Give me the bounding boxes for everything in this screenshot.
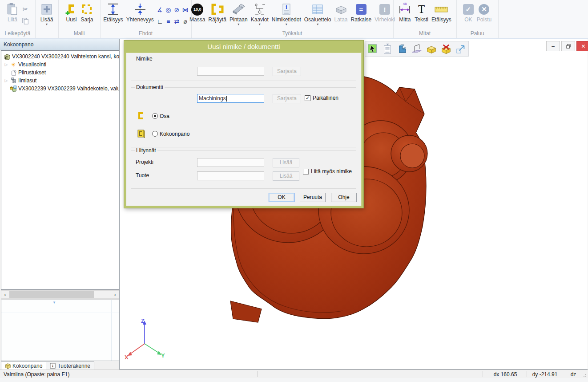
project-add-button[interactable]: Lisää [273, 158, 299, 167]
restore-button[interactable] [561, 41, 575, 51]
distance-constraint-icon [107, 2, 119, 17]
tab-kokoonpano[interactable]: Kokoonpano [1, 362, 46, 370]
tree-item-piirustukset[interactable]: Piirustukset [1, 69, 119, 77]
distance-constraint-button[interactable]: Etäisyys [102, 1, 125, 23]
add-button[interactable]: Lisää ▾ [39, 1, 55, 27]
expander-icon[interactable]: ▷ [3, 62, 9, 67]
scroll-left-arrow[interactable]: ‹ [1, 291, 9, 298]
attach-item-checkbox[interactable]: Liitä myös nimike [303, 168, 352, 175]
perpendicular-icon: ∟ [157, 18, 163, 25]
new-part-icon [65, 2, 77, 17]
mass-button[interactable]: 10,0 Massa [188, 1, 206, 23]
axis-z-label: Z [141, 317, 145, 324]
expand-view-button[interactable] [455, 43, 467, 55]
new-part-button[interactable]: Uusi [64, 1, 79, 23]
cut-button[interactable]: ✂ [20, 5, 30, 14]
scrollbar-thumb[interactable] [9, 291, 94, 298]
document-name-input[interactable]: Machinings [197, 94, 264, 103]
ok-return-button[interactable]: ✓ OK [462, 1, 475, 23]
item-from-series-button[interactable]: Sarjasta [273, 67, 301, 76]
status-dx: dx 160.65 [485, 371, 526, 378]
part-type-icon [137, 111, 145, 120]
ribbon-group-malli: Uusi Sarja Malli [58, 0, 101, 38]
item-data-button[interactable]: i Nimiketiedot ▾ [270, 1, 302, 27]
window-frame-bottom [0, 378, 588, 382]
assembly-type-icon [137, 129, 145, 138]
text-button[interactable]: T Teksti [413, 1, 430, 23]
tree-horizontal-scrollbar[interactable]: ‹ › [1, 290, 119, 299]
concentric-icon: ◎ [165, 6, 171, 13]
parts-list-button[interactable]: Osaluettelo ▾ [303, 1, 333, 27]
drawings-icon [9, 69, 17, 76]
select-mode-button[interactable] [366, 43, 379, 55]
error-log-icon: ! [379, 4, 390, 15]
unchecked-checkbox-icon [303, 169, 309, 175]
ribbon-group-paluu: ✓ OK ✕ Poistu Paluu [456, 0, 499, 38]
concentric-constraint-button[interactable]: ◎ [164, 4, 173, 16]
dimension-button[interactable]: 45 Mitta [397, 1, 413, 23]
help-button[interactable]: Ohje [331, 193, 357, 202]
l-part-icon [397, 44, 407, 54]
close-button[interactable]: ✕ [576, 41, 588, 51]
series-button[interactable]: Sarja [79, 1, 94, 23]
status-message: Valmiina (Opaste: paina F1) [4, 371, 70, 378]
plus-icon [41, 2, 52, 17]
arrows-icon: ⇄ [174, 18, 179, 25]
resize-grip[interactable] [583, 373, 587, 377]
yellow-box-icon [426, 44, 437, 54]
paste-button[interactable]: Liitä [5, 1, 20, 23]
expander-icon[interactable]: ▷ [3, 78, 9, 83]
coincidence-constraint-button[interactable]: Yhtenevyys [125, 1, 155, 23]
tree-item-label: VX3002240 VX3002240 Vaihteiston kansi, k… [11, 53, 119, 60]
chevron-down-icon: ▾ [317, 23, 318, 26]
perpendicular-constraint-button[interactable]: ∟ [156, 16, 164, 27]
tree-item-root[interactable]: VX3002240 VX3002240 Vaihteiston kansi, k… [1, 53, 119, 61]
list-icon [382, 43, 393, 55]
product-add-button[interactable]: Lisää [273, 171, 299, 181]
collapse-arrow-icon[interactable]: ▼ [52, 301, 56, 305]
schematics-button[interactable]: Kaaviot ▾ [250, 1, 270, 27]
opposed-arrows-button[interactable]: ⇄ [173, 16, 181, 27]
ribbon-group-tyokalut: 10,0 Massa Räjäytä Pintaan ▾ Ka [191, 0, 394, 38]
paste-label: Liitä [8, 17, 17, 23]
feature-list-button[interactable] [381, 43, 394, 55]
ok-button[interactable]: OK [269, 193, 294, 202]
part-mode-button[interactable] [396, 43, 408, 55]
parallel-constraint-button[interactable]: ≡ [164, 16, 173, 27]
close-icon: ✕ [581, 43, 585, 49]
load-button[interactable]: Lataa [333, 1, 349, 23]
angle-icon: ∡ [157, 6, 163, 13]
part-radio[interactable] [152, 113, 158, 119]
item-code-input[interactable] [197, 67, 264, 76]
tab-tuoterakenne[interactable]: i Tuoterakenne [46, 362, 94, 370]
assembly-cube-icon [3, 53, 11, 60]
expand-arrow-icon [455, 44, 466, 54]
scroll-right-arrow[interactable]: › [111, 291, 119, 298]
tree-item-ilmiasut[interactable]: ▷ Ilmiasut [1, 77, 119, 85]
local-checkbox[interactable]: ✓ Paikallinen [305, 95, 338, 101]
tree-item-visualisointi[interactable]: ▷ ☀ Visualisointi [1, 61, 119, 69]
delete-box-icon [441, 44, 451, 54]
axis-x-label: X [125, 354, 129, 361]
explode-button[interactable]: Räjäytä [207, 1, 228, 23]
check-icon: ✓ [463, 4, 474, 15]
measure-distance-button[interactable]: Etäisyys [430, 1, 453, 23]
show-box-button[interactable] [425, 43, 438, 55]
minimize-button[interactable]: – [546, 41, 560, 51]
project-input[interactable] [197, 158, 264, 167]
solve-button[interactable]: = Ratkaise [350, 1, 373, 23]
delete-box-button[interactable] [440, 43, 452, 55]
tree-item-vx3002239[interactable]: i VX3002239 VX3002239 Vaihdekotelo, valu… [1, 85, 119, 93]
tangent-constraint-button[interactable]: ⊘ [173, 4, 181, 16]
document-from-series-button[interactable]: Sarjasta [273, 94, 301, 103]
exit-button[interactable]: ✕ Poistu [475, 1, 493, 23]
sketch-plane-button[interactable] [411, 43, 423, 55]
assembly-radio[interactable] [152, 131, 158, 137]
to-surface-button[interactable]: Pintaan ▾ [228, 1, 249, 27]
copy-button[interactable] [20, 16, 30, 25]
product-input[interactable] [197, 171, 264, 180]
cancel-button[interactable]: Peruuta [300, 193, 326, 202]
panel-title: Kokoonpano [4, 41, 33, 48]
svg-text:i: i [52, 364, 54, 368]
angle-constraint-button[interactable]: ∡ [156, 4, 164, 16]
